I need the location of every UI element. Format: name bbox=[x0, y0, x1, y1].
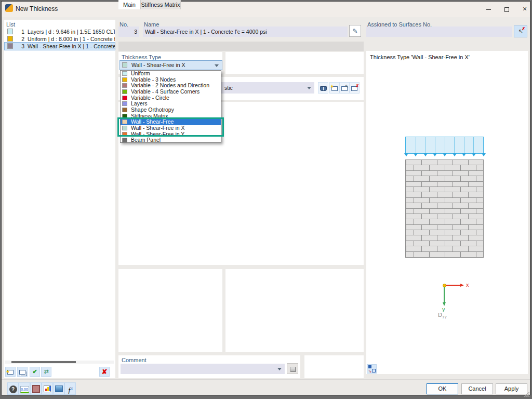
thickness-type-dropdown: Uniform Variable - 3 Nodes Variable - 2 … bbox=[120, 70, 221, 143]
brick-row bbox=[406, 219, 483, 224]
copy-thickness-button[interactable] bbox=[17, 367, 28, 377]
thickness-type-combo[interactable]: Wall - Shear-Free in X bbox=[119, 60, 222, 70]
assigned-surfaces-field[interactable] bbox=[366, 26, 512, 37]
maximize-button[interactable] bbox=[498, 2, 515, 16]
new-thickness-button[interactable]: ★ bbox=[5, 367, 16, 377]
thickness-color-swatch bbox=[7, 29, 13, 34]
thickness-type-swatch bbox=[122, 62, 127, 68]
chevron-down-icon bbox=[307, 87, 311, 89]
dropdown-option[interactable]: Variable - 4 Surface Corners bbox=[121, 89, 221, 95]
chevron-down-icon bbox=[277, 368, 282, 370]
tab-main[interactable]: Main bbox=[118, 0, 140, 9]
brick-wall-diagram bbox=[405, 159, 484, 258]
brick-row bbox=[406, 203, 483, 208]
delete-thickness-button[interactable]: ✘ bbox=[99, 367, 110, 377]
list-item[interactable]: 2 Uniform | d : 8.000 in | 1 - Concrete … bbox=[5, 35, 115, 43]
edit-name-icon[interactable]: ✎ bbox=[349, 25, 361, 37]
list-item-selected[interactable]: 3 Wall - Shear-Free in X | 1 - Concrete … bbox=[5, 43, 115, 50]
dropdown-option[interactable]: Uniform bbox=[121, 71, 221, 77]
resize-grip[interactable] bbox=[524, 392, 529, 397]
list-panel bbox=[4, 20, 115, 378]
brick-row bbox=[406, 198, 483, 203]
display-options-icon[interactable] bbox=[42, 382, 53, 395]
toggle-selection-button[interactable]: ⇄ bbox=[41, 367, 51, 377]
load-divider-line bbox=[435, 137, 435, 153]
x-axis-arrowhead bbox=[460, 284, 464, 287]
brick-row bbox=[406, 241, 483, 246]
node-id-label: D77 bbox=[438, 312, 447, 320]
remove-material-icon[interactable]: ✗ bbox=[349, 82, 360, 94]
material-combo-text: stic bbox=[224, 82, 233, 94]
brick-row bbox=[406, 214, 483, 219]
brick-row bbox=[406, 192, 483, 197]
x-axis-line bbox=[446, 285, 460, 286]
load-arrow-icon bbox=[404, 153, 408, 156]
load-arrow-icon bbox=[482, 153, 486, 156]
thickness-color-swatch bbox=[7, 43, 13, 49]
dropdown-option[interactable]: Beam Panel bbox=[121, 137, 221, 143]
preview-title: Thickness Type 'Wall - Shear-Free in X' bbox=[370, 54, 470, 60]
x-axis-label: x bbox=[466, 282, 469, 288]
apply-button[interactable]: Apply bbox=[496, 383, 527, 394]
load-arrow-icon bbox=[462, 153, 466, 156]
load-arrow-icon bbox=[423, 153, 428, 156]
new-material-icon[interactable]: ★ bbox=[329, 82, 340, 94]
screen: New Thickness × List 1 Layers | d : 9.64… bbox=[0, 0, 532, 399]
list-hscrollbar-thumb[interactable] bbox=[11, 361, 76, 363]
select-check-button[interactable]: ✔ bbox=[30, 367, 40, 377]
chevron-down-icon bbox=[215, 64, 219, 67]
dropdown-option[interactable]: Shape Orthotropy bbox=[121, 107, 221, 113]
brick-row bbox=[406, 209, 483, 214]
rendering-icon[interactable] bbox=[53, 382, 64, 395]
material-library-icon[interactable] bbox=[318, 82, 328, 94]
units-settings-icon[interactable]: 0.00 bbox=[19, 382, 30, 395]
bottom-left-group bbox=[118, 269, 222, 352]
brick-row bbox=[406, 165, 483, 170]
brick-row bbox=[406, 246, 483, 251]
comment-label: Comment bbox=[122, 357, 147, 363]
thickness-type-label: Thickness Type bbox=[122, 54, 161, 60]
load-arrow-icon bbox=[414, 153, 418, 156]
dropdown-option[interactable]: Wall - Shear-Free in X bbox=[121, 125, 221, 131]
empty-group-top-right bbox=[225, 52, 364, 74]
distributed-load-diagram bbox=[405, 137, 484, 154]
list-label: List bbox=[6, 21, 15, 28]
renumber-icon[interactable]: ↘ bbox=[367, 364, 377, 374]
load-divider-line bbox=[425, 137, 425, 153]
name-field[interactable]: Wall - Shear-Free in X | 1 - Concrete f'… bbox=[143, 26, 348, 37]
y-axis-arrowhead bbox=[443, 302, 446, 306]
color-swatch-icon[interactable] bbox=[30, 382, 42, 395]
thickness-app-icon bbox=[5, 4, 13, 12]
comment-stamp-icon[interactable] bbox=[287, 363, 298, 374]
brick-row bbox=[406, 252, 483, 257]
empty-group-bottom bbox=[304, 355, 364, 378]
thickness-color-swatch bbox=[7, 36, 13, 42]
load-arrow-icon bbox=[453, 153, 457, 156]
brick-row bbox=[406, 182, 483, 187]
load-arrow-icon bbox=[472, 153, 476, 156]
brick-row bbox=[406, 235, 483, 241]
list-item[interactable]: 1 Layers | d : 9.646 in | 1.5E 1650 CLT7… bbox=[5, 28, 115, 35]
cancel-button[interactable]: Cancel bbox=[461, 383, 493, 394]
thickness-type-combo-text: Wall - Shear-Free in X bbox=[131, 61, 185, 70]
brick-row bbox=[406, 187, 483, 192]
load-divider-line bbox=[416, 137, 416, 153]
load-arrow-icon bbox=[433, 153, 437, 156]
help-icon[interactable]: ? bbox=[7, 382, 19, 395]
edit-material-icon[interactable]: ✎ bbox=[339, 82, 350, 94]
formula-icon[interactable]: ƒx bbox=[64, 382, 76, 395]
brick-row bbox=[406, 171, 483, 176]
title-bar[interactable] bbox=[2, 2, 530, 17]
ok-button[interactable]: OK bbox=[427, 383, 458, 394]
minimize-button[interactable] bbox=[480, 2, 497, 16]
tab-stiffness-matrix[interactable]: Stiffness Matrix bbox=[140, 0, 181, 9]
close-button[interactable]: × bbox=[516, 2, 532, 16]
window-title: New Thickness bbox=[16, 5, 58, 12]
load-divider-line bbox=[464, 137, 464, 153]
brick-row bbox=[406, 176, 483, 181]
select-surfaces-pointer-icon[interactable]: ↖✗ bbox=[514, 25, 527, 37]
load-arrow-icon bbox=[443, 153, 447, 156]
comment-combo[interactable] bbox=[121, 364, 285, 374]
bottom-right-group bbox=[225, 269, 364, 352]
load-divider-line bbox=[445, 137, 445, 153]
